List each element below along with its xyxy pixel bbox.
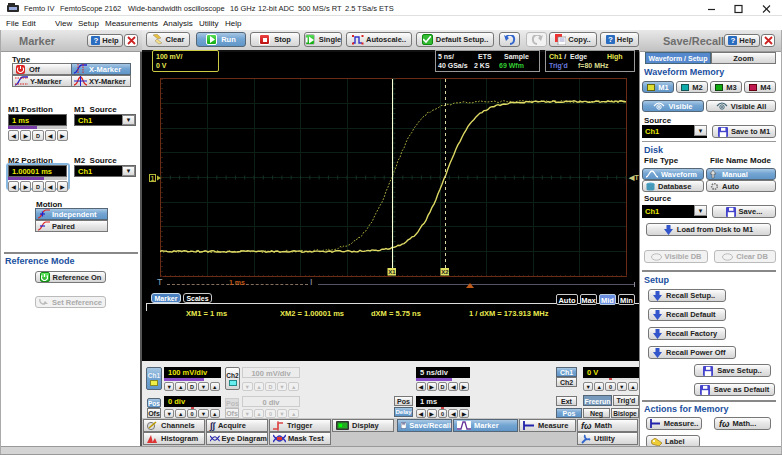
svg-text:1: 1 [151, 175, 155, 182]
svg-text:X1: X1 [388, 269, 396, 275]
svg-text:X2: X2 [441, 269, 449, 275]
